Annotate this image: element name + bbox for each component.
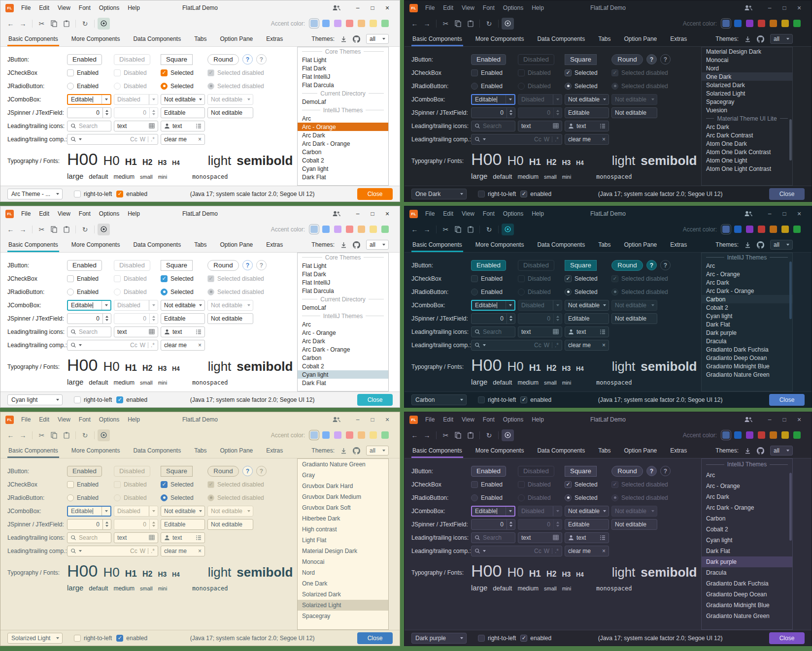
search-dropdown-icon[interactable]: [474, 342, 480, 348]
whole-word-toggle[interactable]: W: [140, 342, 145, 349]
accent-swatch[interactable]: [793, 431, 801, 439]
text-input-calendar[interactable]: text: [114, 121, 158, 131]
accent-swatch[interactable]: [734, 431, 742, 439]
jbutton-enabled[interactable]: Enabled: [471, 260, 506, 271]
menu-font[interactable]: Font: [79, 416, 91, 423]
accent-swatch[interactable]: [781, 226, 789, 233]
accent-swatch[interactable]: [346, 226, 353, 233]
minimize-button[interactable]: –: [762, 416, 777, 423]
paste-button[interactable]: [464, 429, 476, 441]
theme-list-item[interactable]: Spacegray: [702, 98, 792, 106]
text-input-user-list[interactable]: text: [565, 532, 609, 543]
combobox-not-editable[interactable]: Not editable: [565, 506, 609, 517]
window-close-button[interactable]: ×: [792, 416, 807, 423]
chevron-down-icon[interactable]: [102, 301, 110, 310]
checkbox-selected[interactable]: ✓Selected: [565, 69, 611, 76]
accent-swatch[interactable]: [381, 20, 389, 27]
jbutton-square[interactable]: Square: [565, 54, 597, 65]
jbutton-enabled[interactable]: Enabled: [67, 260, 102, 271]
accent-swatch[interactable]: [758, 226, 765, 233]
tab-more-components[interactable]: More Components: [475, 443, 524, 458]
minimize-button[interactable]: –: [350, 4, 365, 11]
maximize-button[interactable]: □: [777, 210, 792, 217]
table-grid-icon[interactable]: [149, 329, 155, 334]
enabled-checkbox[interactable]: ✓ enabled: [520, 635, 551, 642]
theme-list-item[interactable]: Carbon: [298, 354, 388, 362]
checkbox-selected[interactable]: ✓Selected: [161, 481, 207, 488]
match-case-toggle[interactable]: Cc: [130, 136, 137, 143]
theme-list-item[interactable]: Arc - Orange: [702, 270, 792, 278]
accent-swatch[interactable]: [722, 431, 730, 439]
textfield-editable[interactable]: Editable: [565, 107, 609, 118]
accent-swatch[interactable]: [310, 431, 318, 439]
jbutton-enabled[interactable]: Enabled: [67, 466, 102, 477]
regex-toggle[interactable]: .*: [555, 136, 559, 143]
textfield-editable[interactable]: Editable: [161, 519, 205, 530]
whole-word-toggle[interactable]: W: [544, 342, 549, 349]
combobox-editable[interactable]: Editable: [471, 94, 515, 105]
match-case-toggle[interactable]: Cc: [130, 548, 137, 554]
cut-button[interactable]: ✂: [440, 224, 452, 235]
jbutton-round[interactable]: Round: [207, 466, 239, 477]
menu-file[interactable]: File: [21, 4, 31, 11]
textfield-editable[interactable]: Editable: [161, 313, 205, 324]
inspector-eye-toggle[interactable]: [502, 429, 514, 441]
tab-basic-components[interactable]: Basic Components: [8, 32, 58, 46]
accent-swatch[interactable]: [322, 226, 330, 233]
minimize-button[interactable]: –: [762, 210, 777, 217]
tab-option-pane[interactable]: Option Pane: [220, 237, 253, 252]
tab-tabs[interactable]: Tabs: [194, 237, 206, 252]
right-to-left-checkbox[interactable]: right-to-left: [74, 635, 112, 642]
window-close-button[interactable]: ×: [792, 210, 807, 218]
tab-more-components[interactable]: More Components: [475, 237, 524, 252]
theme-list-item[interactable]: Gradianto Dark Fuchsia: [702, 578, 792, 589]
theme-list-item[interactable]: Flat Darcula: [298, 287, 388, 295]
theme-list-item[interactable]: Arc Dark Contrast: [702, 131, 792, 139]
theme-list-item[interactable]: One Dark: [298, 578, 388, 589]
spinner-arrows-icon[interactable]: [507, 314, 515, 324]
checkbox-enabled[interactable]: Enabled: [471, 275, 518, 282]
accent-swatch[interactable]: [734, 20, 742, 27]
forward-button[interactable]: →: [421, 18, 433, 30]
clear-icon[interactable]: ×: [198, 136, 202, 143]
github-icon[interactable]: [757, 447, 764, 455]
text-input-calendar[interactable]: text: [518, 121, 562, 131]
search-input[interactable]: Search: [471, 326, 515, 337]
tab-extras[interactable]: Extras: [266, 32, 283, 46]
clearable-input[interactable]: clear me ×: [565, 134, 609, 145]
theme-list-item[interactable]: Gradianto Deep Ocean: [702, 589, 792, 600]
theme-list-item[interactable]: Gradianto Midnight Blue: [702, 600, 792, 611]
theme-filter-select[interactable]: all: [770, 446, 793, 456]
chevron-down-icon[interactable]: [102, 95, 110, 104]
theme-list-item[interactable]: Gradianto Dark Fuchsia: [702, 345, 792, 354]
tab-basic-components[interactable]: Basic Components: [8, 443, 58, 458]
theme-list-item[interactable]: Gradianto Nature Green: [702, 370, 792, 379]
cut-button[interactable]: ✂: [35, 224, 48, 235]
accent-swatch[interactable]: [746, 431, 753, 439]
menu-view[interactable]: View: [58, 210, 70, 217]
tab-basic-components[interactable]: Basic Components: [412, 237, 462, 252]
tab-data-components[interactable]: Data Components: [537, 237, 585, 252]
copy-button[interactable]: [48, 18, 60, 30]
right-to-left-checkbox[interactable]: right-to-left: [478, 396, 516, 403]
textfield-editable[interactable]: Editable: [161, 107, 205, 118]
maximize-button[interactable]: □: [365, 416, 380, 423]
combobox-not-editable[interactable]: Not editable: [565, 94, 609, 105]
list-icon[interactable]: [600, 124, 606, 129]
combobox-editable[interactable]: Editable: [471, 506, 515, 517]
tab-data-components[interactable]: Data Components: [537, 443, 585, 458]
copy-button[interactable]: [452, 429, 464, 441]
close-button[interactable]: Close: [769, 632, 805, 644]
search-input-with-options[interactable]: Cc W .*: [67, 340, 158, 351]
cut-button[interactable]: ✂: [35, 18, 48, 30]
menu-view[interactable]: View: [462, 416, 474, 423]
theme-list-item[interactable]: Arc Dark - Orange: [298, 139, 388, 148]
refresh-button[interactable]: ↻: [483, 18, 495, 30]
combobox-not-editable[interactable]: Not editable: [161, 94, 205, 105]
github-icon[interactable]: [353, 35, 360, 43]
theme-list-item[interactable]: Arc Dark: [702, 491, 792, 502]
spinner[interactable]: 0: [471, 313, 515, 324]
list-icon[interactable]: [196, 535, 202, 540]
accent-swatch[interactable]: [770, 431, 777, 439]
radio-enabled[interactable]: Enabled: [67, 289, 114, 295]
